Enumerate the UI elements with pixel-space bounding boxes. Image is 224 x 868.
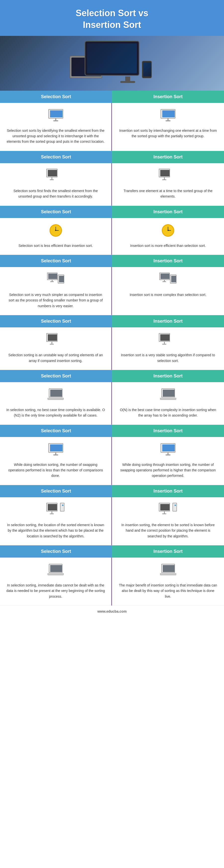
section-1-insertion-header: Insertion Sort — [112, 91, 224, 103]
hero-monitor-stand — [125, 76, 130, 82]
section-8-content: In selection sorting, the location of th… — [0, 497, 224, 546]
section-3-selection-text: Selection sort is less efficient than in… — [19, 243, 93, 248]
section-5-insertion-text: Insertion sort is a very stable sorting … — [118, 352, 218, 364]
section-6-selection-text: In selection sorting, no best case time … — [6, 407, 105, 418]
section-3-insertion-header: Insertion Sort — [112, 206, 224, 218]
section-2-insertion-icon — [158, 168, 178, 183]
section-6-selection-header: Selection Sort — [0, 370, 112, 382]
section-3-insertion-content: Insertion sort is more efficient than se… — [112, 218, 224, 255]
section-4-insertion-text: Insertion sort is more complex than sele… — [130, 292, 206, 298]
section-5-content: Selection sorting is an unstable way of … — [0, 328, 224, 370]
section-7-selection-icon — [46, 442, 66, 457]
section-7-header: Selection Sort Insertion Sort — [0, 425, 224, 437]
section-1-insertion-text: Insertion sort sorts by interchanging on… — [118, 128, 218, 139]
footer-url: www.educba.com — [97, 610, 127, 613]
section-7-content: While doing selection sorting, the numbe… — [0, 437, 224, 485]
hero-monitor — [85, 41, 139, 76]
section-5-insertion-icon — [158, 332, 178, 347]
section-1-header: Selection Sort Insertion Sort — [0, 91, 224, 103]
section-2-insertion-content: Transfers one element at a time to the s… — [112, 163, 224, 206]
section-7-selection-text: While doing selection sorting, the numbe… — [6, 462, 105, 478]
section-8-insertion-content: In insertion sorting, the element to be … — [112, 497, 224, 546]
section-2-selection-icon — [46, 168, 66, 183]
section-9-selection-header: Selection Sort — [0, 546, 112, 558]
section-1-insertion-icon — [158, 108, 178, 123]
section-4-header: Selection Sort Insertion Sort — [0, 255, 224, 267]
section-9-insertion-header: Insertion Sort — [112, 546, 224, 558]
section-2-selection-text: Selection sorts first finds the smallest… — [6, 188, 105, 199]
section-9-selection-content: In selection sorting, immediate data can… — [0, 558, 112, 606]
section-7-selection-header: Selection Sort — [0, 425, 112, 437]
section-5-selection-text: Selection sorting is an unstable way of … — [6, 352, 105, 364]
section-3: Selection Sort Insertion Sort Selection … — [0, 206, 224, 255]
section-7-insertion-text: While doing sorting through insertion so… — [118, 462, 218, 478]
section-3-insertion-icon — [158, 223, 178, 238]
section-2-content: Selection sorts first finds the smallest… — [0, 163, 224, 206]
section-6-selection-icon — [46, 387, 66, 402]
section-9-insertion-text: The major benefit of insertion sorting i… — [118, 583, 218, 599]
section-3-insertion-text: Insertion sort is more efficient than se… — [130, 243, 206, 248]
section-5-insertion-header: Insertion Sort — [112, 315, 224, 328]
section-9-selection-icon — [46, 563, 66, 578]
section-6-insertion-icon — [158, 387, 178, 402]
hero-desk — [70, 41, 154, 86]
section-6-insertion-header: Insertion Sort — [112, 370, 224, 382]
section-3-header: Selection Sort Insertion Sort — [0, 206, 224, 218]
hero-image — [0, 36, 224, 91]
section-6: Selection Sort Insertion Sort In selecti… — [0, 370, 224, 425]
section-1-selection-icon — [46, 108, 66, 123]
section-6-insertion-content: O(N) is the best case time complexity in… — [112, 382, 224, 425]
section-1-content: Selection sort sorts by identifying the … — [0, 103, 224, 151]
section-6-header: Selection Sort Insertion Sort — [0, 370, 224, 382]
section-9: Selection Sort Insertion Sort In selecti… — [0, 546, 224, 606]
section-5-selection-icon — [46, 332, 66, 347]
section-4-insertion-content: Insertion sort is more complex than sele… — [112, 267, 224, 315]
section-2: Selection Sort Insertion Sort Selection … — [0, 151, 224, 206]
hero-phone — [142, 61, 152, 78]
section-5-header: Selection Sort Insertion Sort — [0, 315, 224, 328]
sections-container: Selection Sort Insertion Sort Selection … — [0, 91, 224, 606]
section-3-selection-content: Selection sort is less efficient than in… — [0, 218, 112, 255]
section-7: Selection Sort Insertion Sort While doin… — [0, 425, 224, 485]
section-8-insertion-icon — [158, 502, 178, 517]
section-4-selection-content: Selection sort is very much simpler as c… — [0, 267, 112, 315]
section-7-selection-content: While doing selection sorting, the numbe… — [0, 437, 112, 485]
section-4: Selection Sort Insertion Sort Selection … — [0, 255, 224, 315]
section-8-selection-header: Selection Sort — [0, 485, 112, 497]
section-8-selection-content: In selection sorting, the location of th… — [0, 497, 112, 546]
section-3-content: Selection sort is less efficient than in… — [0, 218, 224, 255]
hero-phone-screen — [143, 63, 151, 76]
section-1-selection-header: Selection Sort — [0, 91, 112, 103]
section-9-insertion-content: The major benefit of insertion sorting i… — [112, 558, 224, 606]
section-4-content: Selection sort is very much simpler as c… — [0, 267, 224, 315]
section-6-insertion-text: O(N) is the best case time complexity in… — [118, 407, 218, 418]
section-3-selection-icon — [46, 223, 66, 238]
section-6-content: In selection sorting, no best case time … — [0, 382, 224, 425]
section-2-selection-header: Selection Sort — [0, 151, 112, 163]
page-title: Selection Sort vs Insertion Sort — [5, 7, 219, 31]
section-8: Selection Sort Insertion Sort In selecti… — [0, 485, 224, 546]
section-5-selection-content: Selection sorting is an unstable way of … — [0, 328, 112, 370]
section-4-insertion-icon — [158, 272, 178, 287]
page-header: Selection Sort vs Insertion Sort — [0, 0, 224, 36]
section-4-selection-header: Selection Sort — [0, 255, 112, 267]
section-9-selection-text: In selection sorting, immediate data can… — [6, 583, 105, 599]
section-5-insertion-content: Insertion sort is a very stable sorting … — [112, 328, 224, 370]
section-2-selection-content: Selection sorts first finds the smallest… — [0, 163, 112, 206]
section-5-selection-header: Selection Sort — [0, 315, 112, 328]
section-8-insertion-text: In insertion sorting, the element to be … — [118, 522, 218, 539]
section-2-insertion-header: Insertion Sort — [112, 151, 224, 163]
hero-monitor-screen — [87, 43, 137, 73]
section-3-selection-header: Selection Sort — [0, 206, 112, 218]
section-8-selection-text: In selection sorting, the location of th… — [6, 522, 105, 539]
section-8-selection-icon — [46, 502, 66, 517]
section-4-insertion-header: Insertion Sort — [112, 255, 224, 267]
section-7-insertion-content: While doing sorting through insertion so… — [112, 437, 224, 485]
section-1-selection-text: Selection sort sorts by identifying the … — [6, 128, 105, 145]
section-1-insertion-content: Insertion sort sorts by interchanging on… — [112, 103, 224, 151]
section-8-insertion-header: Insertion Sort — [112, 485, 224, 497]
section-2-insertion-text: Transfers one element at a time to the s… — [118, 188, 218, 199]
section-8-header: Selection Sort Insertion Sort — [0, 485, 224, 497]
section-9-header: Selection Sort Insertion Sort — [0, 546, 224, 558]
footer: www.educba.com — [0, 606, 224, 617]
